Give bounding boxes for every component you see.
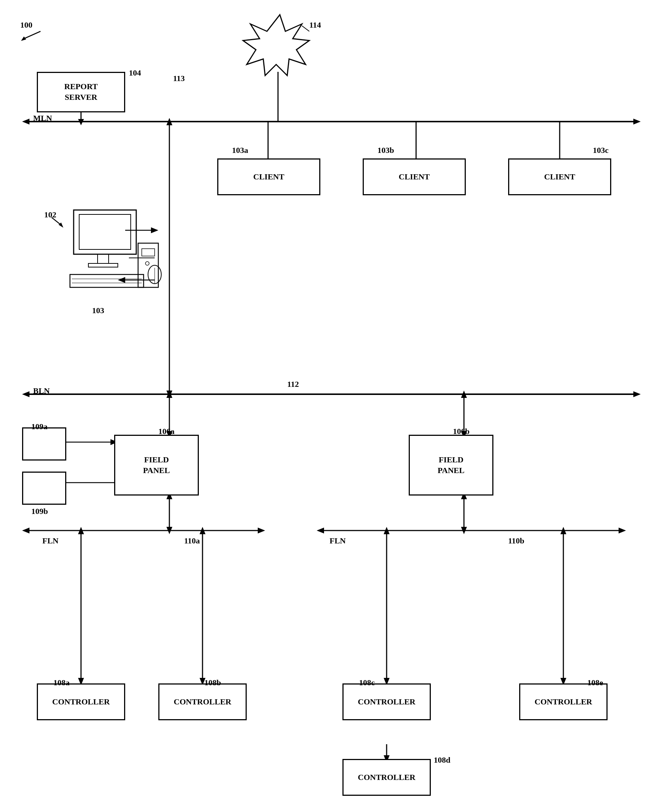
- svg-rect-62: [79, 214, 131, 249]
- svg-rect-63: [98, 254, 108, 263]
- svg-marker-31: [200, 527, 206, 534]
- svg-marker-43: [461, 527, 467, 534]
- svg-marker-5: [633, 391, 641, 397]
- svg-rect-61: [74, 210, 136, 254]
- controller-108c-box: CONTROLLER: [342, 684, 431, 720]
- svg-point-71: [148, 265, 161, 284]
- ref-106a: 106a: [159, 427, 175, 436]
- ref-110b: 110b: [508, 536, 524, 546]
- ref-109b: 109b: [31, 507, 48, 516]
- svg-rect-65: [70, 275, 143, 287]
- device-109a-box: [22, 427, 66, 461]
- field-panel-left-box: FIELDPANEL: [114, 435, 199, 496]
- svg-marker-50: [560, 527, 566, 534]
- ref-103c: 103c: [593, 145, 609, 155]
- ref-114: 114: [309, 20, 321, 30]
- svg-marker-8: [166, 118, 172, 125]
- svg-marker-22: [258, 528, 265, 533]
- svg-marker-41: [619, 528, 626, 533]
- ref-108d: 108d: [434, 755, 450, 765]
- fln-label-right: FLN: [329, 536, 346, 546]
- ref-110a: 110a: [184, 536, 200, 546]
- svg-marker-7: [166, 391, 172, 398]
- svg-marker-58: [21, 37, 26, 41]
- ref-103: 103: [92, 306, 104, 315]
- ref-108b: 108b: [204, 678, 221, 687]
- ref-102: 102: [44, 210, 56, 220]
- device-109b-box: [22, 472, 66, 505]
- svg-marker-4: [22, 391, 29, 397]
- bln-label: BLN: [33, 386, 50, 396]
- report-server-box: REPORTSERVER: [37, 72, 125, 112]
- controller-108e-box: CONTROLLER: [519, 684, 608, 720]
- client-103b-box: CLIENT: [363, 159, 466, 195]
- svg-marker-74: [58, 223, 63, 228]
- ref-108e: 108e: [587, 678, 603, 687]
- ref-103a: 103a: [232, 145, 248, 155]
- ref-108c: 108c: [359, 678, 375, 687]
- svg-marker-1: [22, 119, 29, 125]
- svg-marker-56: [118, 277, 125, 283]
- svg-marker-24: [166, 527, 172, 534]
- svg-marker-11: [78, 119, 84, 125]
- svg-rect-69: [142, 249, 155, 256]
- controller-108d-box: CONTROLLER: [342, 759, 431, 796]
- ref-104: 104: [129, 68, 141, 78]
- svg-marker-21: [22, 528, 29, 533]
- controller-108a-box: CONTROLLER: [37, 684, 125, 720]
- field-panel-right-box: FIELDPANEL: [409, 435, 493, 496]
- ref-112: 112: [287, 380, 299, 389]
- svg-marker-54: [151, 227, 159, 233]
- svg-marker-40: [317, 528, 324, 533]
- svg-marker-47: [384, 527, 390, 534]
- svg-marker-59: [243, 15, 309, 76]
- fln-label-left: FLN: [42, 536, 58, 546]
- svg-rect-68: [138, 243, 159, 287]
- svg-point-70: [145, 262, 149, 265]
- controller-108b-box: CONTROLLER: [159, 684, 247, 720]
- client-103c-box: CLIENT: [508, 159, 611, 195]
- ref-103b: 103b: [377, 145, 394, 155]
- svg-marker-38: [461, 391, 467, 398]
- mln-label: MLN: [33, 113, 52, 123]
- ref-109a: 109a: [31, 422, 47, 431]
- ref-108a: 108a: [53, 678, 70, 687]
- ref-113: 113: [173, 74, 185, 83]
- svg-marker-2: [633, 119, 641, 125]
- svg-marker-28: [78, 527, 84, 534]
- svg-line-57: [24, 31, 41, 39]
- svg-rect-64: [88, 263, 118, 267]
- client-103a-box: CLIENT: [217, 159, 320, 195]
- svg-marker-19: [166, 391, 172, 398]
- ref-100: 100: [20, 20, 32, 30]
- ref-106b: 106b: [453, 427, 470, 436]
- svg-line-60: [302, 26, 309, 31]
